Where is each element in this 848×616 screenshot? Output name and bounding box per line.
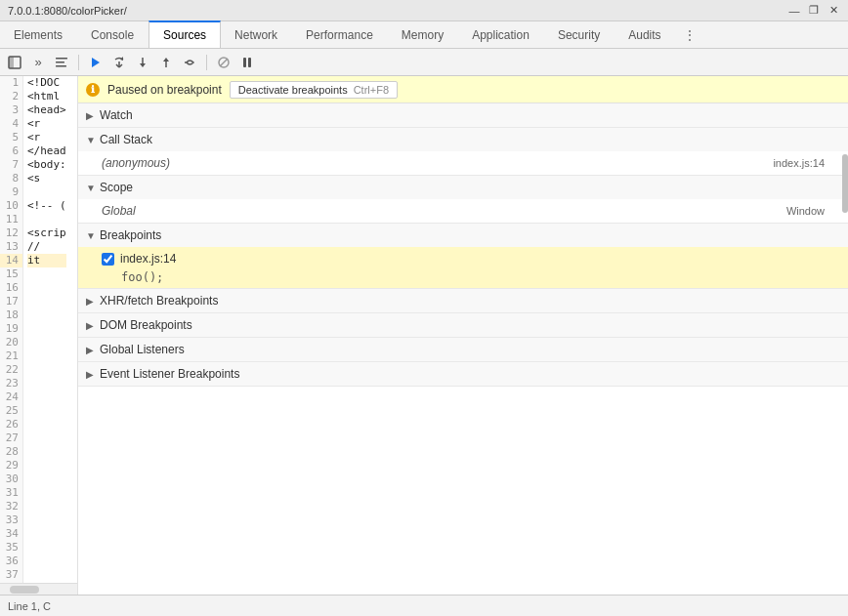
- call-stack-section-header[interactable]: ▼ Call Stack: [78, 128, 848, 151]
- event-listener-arrow-icon: ▶: [86, 369, 96, 380]
- scope-section-title: Scope: [100, 181, 133, 194]
- toolbar-sep-2: [206, 55, 207, 70]
- tab-console[interactable]: Console: [77, 21, 148, 48]
- xhr-arrow-icon: ▶: [86, 296, 96, 307]
- more-tabs-button[interactable]: »: [27, 52, 49, 73]
- xhr-breakpoints-section: ▶ XHR/fetch Breakpoints: [78, 289, 848, 313]
- vertical-scrollbar-thumb[interactable]: [842, 154, 848, 213]
- call-stack-arrow-icon: ▼: [86, 135, 96, 145]
- breakpoints-section-header[interactable]: ▼ Breakpoints: [78, 224, 848, 247]
- svg-rect-4: [56, 65, 66, 67]
- window-controls: — ❐ ✕: [787, 4, 840, 18]
- svg-rect-17: [243, 58, 246, 67]
- call-stack-item[interactable]: (anonymous) index.js:14: [78, 153, 848, 173]
- global-listeners-arrow-icon: ▶: [86, 345, 96, 355]
- deactivate-breakpoints-button[interactable]: [213, 52, 234, 73]
- deactivate-shortcut: Ctrl+F8: [354, 84, 389, 96]
- watch-section: ▶ Watch: [78, 103, 848, 128]
- step-into-button[interactable]: [132, 52, 153, 73]
- more-options-button[interactable]: ⋮: [676, 21, 703, 48]
- tab-security[interactable]: Security: [544, 21, 615, 48]
- global-listeners-section: ▶ Global Listeners: [78, 338, 848, 362]
- cursor-position: Line 1, C: [8, 600, 51, 612]
- call-stack-content: (anonymous) index.js:14: [78, 151, 848, 175]
- tab-performance[interactable]: Performance: [292, 21, 388, 48]
- scrollbar-thumb[interactable]: [10, 586, 39, 594]
- close-button[interactable]: ✕: [827, 4, 840, 18]
- dom-breakpoints-header[interactable]: ▶ DOM Breakpoints: [78, 313, 848, 337]
- svg-marker-13: [163, 58, 169, 62]
- line-numbers: 1234567891011121314151617181920212223242…: [0, 76, 23, 583]
- svg-rect-18: [248, 58, 251, 67]
- svg-rect-2: [56, 58, 67, 60]
- tab-audits[interactable]: Audits: [615, 21, 675, 48]
- tab-memory[interactable]: Memory: [388, 21, 458, 48]
- svg-line-16: [220, 59, 228, 66]
- scope-item-name: Global: [102, 204, 136, 218]
- svg-rect-3: [56, 62, 64, 63]
- code-content: <!DOC<html<head> <r <r</head<body: <s <!…: [23, 76, 66, 583]
- code-panel: 1234567891011121314151617181920212223242…: [0, 76, 78, 595]
- breakpoints-content: index.js:14 foo();: [78, 247, 848, 288]
- breakpoints-section: ▼ Breakpoints index.js:14 foo();: [78, 224, 848, 289]
- debugger-toolbar: »: [0, 49, 848, 76]
- global-listeners-header[interactable]: ▶ Global Listeners: [78, 338, 848, 361]
- svg-marker-5: [92, 58, 100, 67]
- scope-arrow-icon: ▼: [86, 183, 96, 193]
- resume-button[interactable]: [85, 52, 106, 73]
- breakpoint-notice-bar: ℹ Paused on breakpoint Deactivate breakp…: [78, 76, 848, 103]
- dom-breakpoints-title: DOM Breakpoints: [100, 318, 192, 332]
- main-layout: 1234567891011121314151617181920212223242…: [0, 76, 848, 595]
- restore-button[interactable]: ❐: [807, 4, 821, 18]
- call-stack-item-value: index.js:14: [773, 157, 825, 169]
- watch-section-header[interactable]: ▶ Watch: [78, 103, 848, 127]
- tab-sources[interactable]: Sources: [148, 21, 221, 48]
- dock-toggle-button[interactable]: [4, 52, 25, 73]
- step-over-button[interactable]: [108, 52, 130, 73]
- scope-item-value: Window: [786, 205, 825, 217]
- pause-on-exceptions-button[interactable]: [236, 52, 258, 73]
- tab-bar: Elements Console Sources Network Perform…: [0, 21, 848, 49]
- tab-elements[interactable]: Elements: [0, 21, 77, 48]
- sources-toggle-button[interactable]: [51, 52, 72, 73]
- event-listener-breakpoints-section: ▶ Event Listener Breakpoints: [78, 362, 848, 387]
- minimize-button[interactable]: —: [787, 4, 801, 18]
- breakpoint-info-icon: ℹ: [86, 83, 100, 97]
- breakpoint-message: Paused on breakpoint: [107, 83, 222, 97]
- scope-section-header[interactable]: ▼ Scope: [78, 176, 848, 199]
- dom-breakpoints-section: ▶ DOM Breakpoints: [78, 313, 848, 338]
- global-listeners-title: Global Listeners: [100, 343, 185, 356]
- xhr-breakpoints-header[interactable]: ▶ XHR/fetch Breakpoints: [78, 289, 848, 312]
- url-text: 7.0.0.1:8080/colorPicker/: [8, 5, 127, 17]
- breakpoint-checkbox[interactable]: [102, 253, 114, 266]
- status-bar: Line 1, C: [0, 595, 848, 616]
- breakpoint-code: foo();: [102, 268, 840, 286]
- tab-application[interactable]: Application: [458, 21, 544, 48]
- call-stack-section-title: Call Stack: [100, 133, 152, 146]
- breakpoints-section-title: Breakpoints: [100, 228, 161, 242]
- scope-content: Global Window: [78, 199, 848, 223]
- code-editor[interactable]: 1234567891011121314151617181920212223242…: [0, 76, 77, 583]
- horizontal-scrollbar[interactable]: [0, 583, 77, 595]
- breakpoints-arrow-icon: ▼: [86, 230, 96, 241]
- svg-rect-1: [9, 57, 14, 68]
- event-listener-breakpoints-title: Event Listener Breakpoints: [100, 367, 239, 381]
- breakpoint-filename: index.js:14: [120, 252, 176, 266]
- watch-arrow-icon: ▶: [86, 110, 96, 121]
- toolbar-sep-1: [78, 55, 79, 70]
- step-button[interactable]: [179, 52, 200, 73]
- xhr-breakpoints-title: XHR/fetch Breakpoints: [100, 294, 218, 308]
- deactivate-breakpoints-notice-button[interactable]: Deactivate breakpoints Ctrl+F8: [230, 81, 398, 99]
- scope-section: ▼ Scope Global Window: [78, 176, 848, 224]
- watch-section-title: Watch: [100, 108, 133, 122]
- svg-marker-11: [140, 63, 146, 67]
- step-out-button[interactable]: [155, 52, 177, 73]
- title-bar: 7.0.0.1:8080/colorPicker/ — ❐ ✕: [0, 0, 848, 21]
- call-stack-section: ▼ Call Stack (anonymous) index.js:14: [78, 128, 848, 176]
- scope-global-item[interactable]: Global Window: [78, 201, 848, 221]
- event-listener-breakpoints-header[interactable]: ▶ Event Listener Breakpoints: [78, 362, 848, 386]
- tab-network[interactable]: Network: [221, 21, 292, 48]
- breakpoint-item[interactable]: index.js:14: [102, 249, 840, 268]
- dom-arrow-icon: ▶: [86, 320, 96, 331]
- debug-panel[interactable]: ℹ Paused on breakpoint Deactivate breakp…: [78, 76, 848, 595]
